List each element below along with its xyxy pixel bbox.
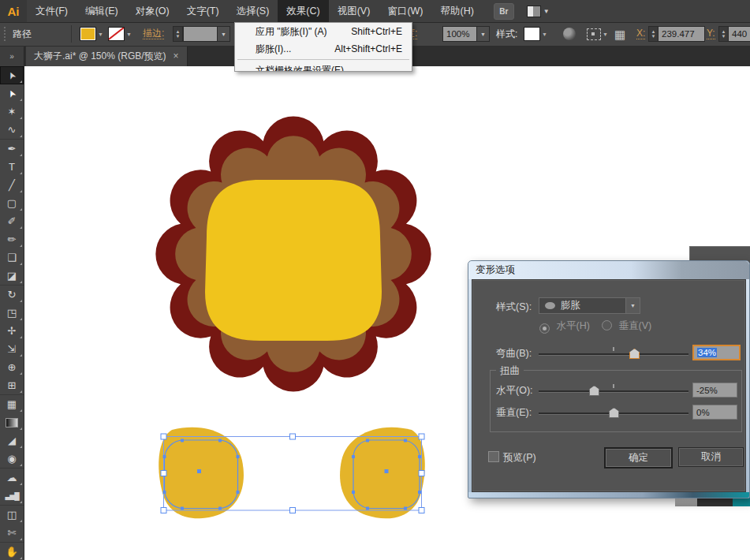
shape-builder-tool[interactable]: ⊕ xyxy=(0,358,24,376)
menu-type[interactable]: 文字(T) xyxy=(178,0,228,22)
fill-color-swatch[interactable] xyxy=(80,27,96,41)
horizontal-slider-track[interactable] xyxy=(539,390,688,393)
bend-slider-track[interactable] xyxy=(539,353,688,356)
rotate-tool[interactable]: ↻ xyxy=(0,286,24,304)
artboard-tool[interactable]: ◫ xyxy=(0,506,24,524)
menu-select[interactable]: 选择(S) xyxy=(228,0,278,22)
horizontal-value-input[interactable]: -25% xyxy=(692,383,737,398)
horizontal-slider-tick xyxy=(613,384,614,388)
preview-checkbox[interactable] xyxy=(488,451,499,462)
divider xyxy=(71,25,72,43)
recolor-artwork-icon[interactable] xyxy=(563,28,576,40)
width-tool[interactable]: ✢ xyxy=(0,322,24,340)
magic-wand-tool[interactable]: ✶ xyxy=(0,103,24,121)
perspective-grid-tool[interactable]: ⊞ xyxy=(0,376,24,395)
scale-tool[interactable]: ◳ xyxy=(0,304,24,322)
chevron-down-icon: ▼ xyxy=(625,298,640,313)
preview-label: 预览(P) xyxy=(503,451,536,465)
blob-brush-tool[interactable]: ❑ xyxy=(0,248,24,267)
chevron-down-icon: ▼ xyxy=(543,8,550,15)
chevron-down-icon: ▼ xyxy=(217,27,229,41)
lion-ear-left-square[interactable] xyxy=(165,440,238,509)
align-options-icon[interactable] xyxy=(587,28,601,40)
chevron-down-icon: ▼ xyxy=(476,27,489,41)
document-title: 大狮子.ai* @ 150% (RGB/预览) xyxy=(34,50,166,63)
direct-selection-tool[interactable]: ➤ xyxy=(0,84,24,103)
type-tool[interactable]: T xyxy=(0,158,24,176)
bridge-button[interactable]: Br xyxy=(494,3,514,20)
x-input[interactable]: 239.477 xyxy=(658,26,705,42)
column-graph-tool[interactable]: ▃▅█ xyxy=(0,487,24,506)
close-icon[interactable]: × xyxy=(174,50,179,62)
selection-tool[interactable]: ➤ xyxy=(0,66,24,84)
style-swatch[interactable] xyxy=(524,27,540,41)
style-label: 样式: xyxy=(496,28,517,41)
controlbar-grip[interactable] xyxy=(4,27,9,41)
paintbrush-tool[interactable]: ✐ xyxy=(0,212,24,230)
blend-tool[interactable]: ◉ xyxy=(0,450,24,469)
opacity-select[interactable]: 100%▼ xyxy=(442,26,490,42)
chevron-down-icon[interactable]: ▼ xyxy=(126,32,132,37)
menu-item-raster-settings[interactable]: 文档栅格效果设置(E) xyxy=(235,62,412,72)
menu-item-bulge[interactable]: 膨胀(I)... Alt+Shift+Ctrl+E xyxy=(235,40,412,58)
bend-label: 弯曲(B): xyxy=(496,347,532,360)
warp-style-select[interactable]: 膨胀 ▼ xyxy=(539,297,640,314)
ok-button[interactable]: 确定 xyxy=(604,447,673,469)
menu-item-apply-bulge[interactable]: 应用 "膨胀(I)" (A) Shift+Ctrl+E xyxy=(235,23,412,40)
pencil-tool[interactable]: ✏ xyxy=(0,230,24,248)
menu-help[interactable]: 帮助(H) xyxy=(432,0,483,22)
chevron-down-icon[interactable]: ▼ xyxy=(603,32,608,37)
lasso-tool[interactable]: ∿ xyxy=(0,121,24,140)
free-transform-tool[interactable]: ⇲ xyxy=(0,340,24,358)
gradient-tool[interactable]: ▉ xyxy=(0,413,24,431)
y-label[interactable]: Y: xyxy=(707,28,715,39)
distort-group xyxy=(490,370,742,432)
lion-face[interactable] xyxy=(205,180,382,341)
stroke-width-select[interactable]: ▼ xyxy=(183,26,230,42)
dialog-title[interactable]: 变形选项 xyxy=(468,261,749,279)
distort-horizontal-label: 水平(O): xyxy=(496,384,533,398)
stroke-link[interactable]: 描边: xyxy=(143,28,164,39)
menu-window[interactable]: 窗口(W) xyxy=(379,0,431,22)
y-input[interactable]: 440 xyxy=(728,26,750,42)
horizontal-radio[interactable]: 水平(H) xyxy=(539,319,590,334)
x-label[interactable]: X: xyxy=(636,28,645,39)
warp-options-dialog: 变形选项 样式(S): 膨胀 ▼ 水平(H) 垂直(V) 弯曲(B): 34% … xyxy=(468,260,750,498)
pen-tool[interactable]: ✒ xyxy=(0,140,24,158)
menu-effect[interactable]: 效果(C) xyxy=(278,0,328,22)
line-segment-tool[interactable]: ╱ xyxy=(0,176,24,194)
menu-separator xyxy=(237,59,409,60)
style-select-label: 样式(S): xyxy=(496,301,532,314)
slice-tool[interactable]: ✄ xyxy=(0,524,24,543)
tools-panel: ➤➤✶∿✒T╱▢✐✏❑◪↻◳✢⇲⊕⊞▦▉◢◉☁▃▅█◫✄✋⌕ xyxy=(0,66,24,560)
rectangle-tool[interactable]: ▢ xyxy=(0,194,24,212)
tools-collapse-button[interactable]: » xyxy=(0,46,24,66)
workspace-switcher[interactable]: ▼ xyxy=(527,6,550,17)
dialog-body: 样式(S): 膨胀 ▼ 水平(H) 垂直(V) 弯曲(B): 34% 扭曲 水平… xyxy=(472,279,746,492)
hand-tool[interactable]: ✋ xyxy=(0,543,24,560)
stroke-color-swatch[interactable] xyxy=(108,27,125,41)
menubar-items: 文件(F)编辑(E)对象(O)文字(T)选择(S)效果(C)视图(V)窗口(W)… xyxy=(27,0,483,22)
lion-ear-right-square[interactable] xyxy=(353,440,420,509)
effect-menu: 应用 "膨胀(I)" (A) Shift+Ctrl+E 膨胀(I)... Alt… xyxy=(234,22,412,72)
menu-view[interactable]: 视图(V) xyxy=(329,0,379,22)
document-tab[interactable]: 大狮子.ai* @ 150% (RGB/预览) × xyxy=(26,46,188,66)
menu-edit[interactable]: 编辑(E) xyxy=(76,0,127,22)
vertical-radio[interactable]: 垂直(V) xyxy=(602,319,651,333)
menu-file[interactable]: 文件(F) xyxy=(27,0,76,22)
eraser-tool[interactable]: ◪ xyxy=(0,267,24,286)
chevron-down-icon[interactable]: ▼ xyxy=(542,32,547,37)
chevron-down-icon[interactable]: ▼ xyxy=(98,32,103,37)
menu-object[interactable]: 对象(O) xyxy=(127,0,178,22)
bend-slider-thumb[interactable] xyxy=(629,349,640,359)
cancel-button[interactable]: 取消 xyxy=(678,447,744,467)
reference-point-locator[interactable]: ▦ xyxy=(614,28,625,40)
mesh-tool[interactable]: ▦ xyxy=(0,395,24,413)
vertical-value-input[interactable]: 0% xyxy=(692,405,737,420)
bend-value-input[interactable]: 34% xyxy=(692,345,741,360)
eyedropper-tool[interactable]: ◢ xyxy=(0,431,24,450)
stroke-width-stepper[interactable]: ▲▼ xyxy=(173,26,183,42)
distort-group-label: 扭曲 xyxy=(496,364,524,378)
symbol-sprayer-tool[interactable]: ☁ xyxy=(0,469,24,487)
dialog-bottom-border xyxy=(468,492,749,498)
